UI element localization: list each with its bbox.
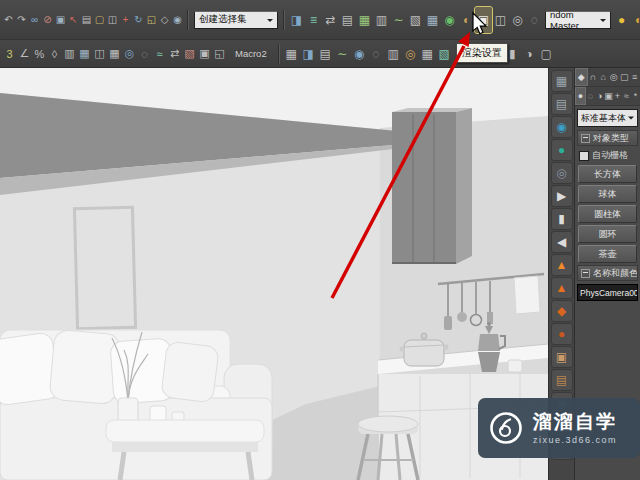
window-crossing-icon[interactable]: ◫ (106, 8, 119, 32)
primitive-button[interactable]: 圆柱体 (578, 205, 637, 223)
object-name-field[interactable]: PhysCamera00 (577, 284, 638, 301)
primitive-button[interactable]: 茶壶 (578, 245, 637, 263)
dope-sheet-icon[interactable]: ▧ (407, 7, 424, 33)
flame-tool-icon[interactable]: ▲ (551, 277, 573, 299)
tool-icon[interactable]: ◎ (122, 43, 137, 65)
layer-manager-icon[interactable]: ▤ (339, 7, 356, 33)
render-iterative-teapot-icon[interactable]: ◐ (630, 7, 640, 33)
ribbon-toggle-icon[interactable]: ▦ (356, 7, 373, 33)
use-pivot-center-icon[interactable]: ◉ (171, 8, 184, 32)
tool-icon[interactable]: ▦ (419, 41, 436, 67)
category-helpers[interactable]: + (613, 87, 622, 105)
tool-icon[interactable]: ◑ (521, 41, 538, 67)
autogrid-checkbox[interactable] (579, 151, 589, 161)
tool-icon[interactable]: ▤ (317, 41, 334, 67)
tool-icon[interactable]: ◫ (92, 43, 107, 65)
category-spacewarps[interactable]: ≈ (622, 87, 631, 105)
scene-upper-cabinet[interactable] (392, 108, 472, 264)
wood-material-icon[interactable]: ▣ (551, 346, 573, 368)
category-shapes[interactable]: ◌ (586, 87, 595, 105)
category-cameras[interactable]: ▣ (604, 87, 613, 105)
scene-cup[interactable] (508, 360, 522, 372)
select-and-move-icon[interactable]: + (119, 8, 132, 32)
primitive-button[interactable]: 球体 (578, 185, 637, 203)
tool-icon[interactable]: ◉ (351, 41, 368, 67)
schematic-view-icon[interactable]: ▦ (424, 7, 441, 33)
tool-icon[interactable]: ◌ (137, 43, 152, 65)
tool-icon[interactable]: ▢ (538, 41, 555, 67)
select-and-scale-icon[interactable]: ◱ (145, 8, 158, 32)
primitive-type-dropdown[interactable]: 标准基本体 (577, 109, 638, 127)
tool-icon[interactable]: ▦ (77, 43, 92, 65)
name-color-rollout[interactable]: 名称和颜色 (577, 265, 638, 281)
selection-set-dropdown[interactable]: 创建选择集 (194, 11, 278, 29)
redo-icon[interactable]: ↷ (15, 8, 28, 32)
geosphere-tool-icon[interactable]: ● (551, 139, 573, 161)
undo-icon[interactable]: ↶ (2, 8, 15, 32)
category-geometry[interactable]: ● (575, 87, 586, 105)
bind-to-spacewarp-icon[interactable]: ▣ (54, 8, 67, 32)
render-setup-icon[interactable]: ▣ (475, 7, 492, 33)
angle-snap-icon[interactable]: ∠ (17, 43, 32, 65)
tool-icon[interactable]: ▦ (283, 41, 300, 67)
tool-icon[interactable]: ▥ (385, 41, 402, 67)
material-editor-icon[interactable]: ◉ (441, 7, 458, 33)
quick-align-icon[interactable]: ⇄ (322, 7, 339, 33)
tab-create[interactable]: ◆ (575, 68, 588, 86)
reference-coordinate-icon[interactable]: ◇ (158, 8, 171, 32)
select-by-name-icon[interactable]: ▤ (80, 8, 93, 32)
tool-icon[interactable]: ∼ (334, 41, 351, 67)
object-type-rollout[interactable]: 对象类型 (577, 130, 638, 146)
select-and-link-icon[interactable]: ∞ (28, 8, 41, 32)
grid-tool-icon[interactable]: ▦ (551, 70, 573, 92)
tool-icon[interactable]: ▧ (182, 43, 197, 65)
tool-icon[interactable]: ≈ (152, 43, 167, 65)
tool-icon[interactable]: ⇄ (167, 43, 182, 65)
unlink-selection-icon[interactable]: ⊘ (41, 8, 54, 32)
snaps-toggle-icon[interactable]: 3 (2, 43, 17, 65)
compact-material-editor-icon[interactable]: ◐ (458, 7, 475, 33)
primitive-button[interactable]: 圆环 (578, 225, 637, 243)
category-systems[interactable]: * (631, 87, 640, 105)
tool-icon[interactable]: ◱ (212, 43, 227, 65)
snap-grid-tool-icon[interactable]: ▤ (551, 93, 573, 115)
fire-effect-icon[interactable]: ▲ (551, 254, 573, 276)
tab-motion[interactable]: ◎ (609, 68, 620, 86)
tab-display[interactable]: ▢ (619, 68, 630, 86)
select-object-icon[interactable]: ↖ (67, 8, 80, 32)
tool-icon[interactable]: ▧ (436, 41, 453, 67)
burn-tool-icon[interactable]: ● (551, 323, 573, 345)
tab-modify[interactable]: ∩ (588, 68, 599, 86)
tool-icon[interactable]: ◌ (368, 41, 385, 67)
align-icon[interactable]: ≡ (305, 7, 322, 33)
tab-hierarchy[interactable]: ⌂ (598, 68, 609, 86)
tab-utilities[interactable]: ≡ (630, 68, 640, 86)
percent-snap-icon[interactable]: % (32, 43, 47, 65)
named-selections-icon[interactable]: ▥ (62, 43, 77, 65)
rendered-frame-window-icon[interactable]: ◫ (492, 7, 509, 33)
tool-icon[interactable]: ◨ (300, 41, 317, 67)
perspective-viewport[interactable] (0, 68, 548, 480)
stop-animation-icon[interactable]: ◀ (551, 231, 573, 253)
primitive-button[interactable]: 长方体 (578, 165, 637, 183)
scene-explorer-icon[interactable]: ▥ (373, 7, 390, 33)
effects-dialog-icon[interactable]: ◌ (526, 7, 543, 33)
scene-pillow[interactable] (161, 341, 219, 403)
scene-towel[interactable] (514, 276, 540, 314)
spinner-snap-icon[interactable]: ◊ (47, 43, 62, 65)
curve-editor-icon[interactable]: ∼ (390, 7, 407, 33)
render-production-teapot-icon[interactable]: ● (613, 7, 630, 33)
tool-icon[interactable]: ◎ (402, 41, 419, 67)
rectangular-region-icon[interactable]: ▢ (93, 8, 106, 32)
mirror-icon[interactable]: ◨ (288, 7, 305, 33)
select-and-rotate-icon[interactable]: ↻ (132, 8, 145, 32)
clay-material-icon[interactable]: ▤ (551, 369, 573, 391)
scene-pillow[interactable] (49, 329, 121, 404)
tool-icon[interactable]: ▦ (107, 43, 122, 65)
pause-animation-icon[interactable]: ▮ (551, 208, 573, 230)
camera-tool-icon[interactable]: ◎ (551, 162, 573, 184)
play-animation-icon[interactable]: ▶ (551, 185, 573, 207)
environment-dialog-icon[interactable]: ◎ (509, 7, 526, 33)
heat-tool-icon[interactable]: ◆ (551, 300, 573, 322)
category-lights[interactable]: ◑ (595, 87, 604, 105)
